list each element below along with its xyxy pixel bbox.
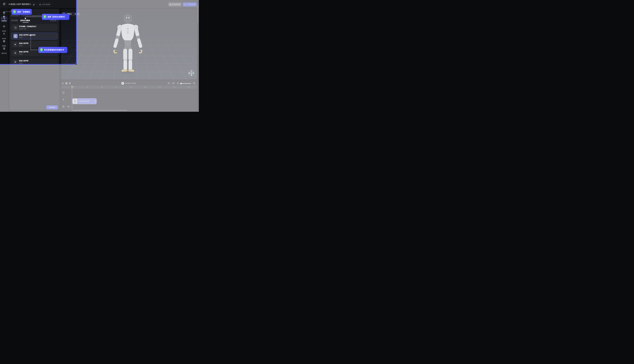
audio-item-title: 百年难得一见的练武奇才: [19, 26, 37, 28]
robot-face-icon: [3, 25, 5, 28]
sidebar-item-action-library[interactable]: 动作库: [0, 32, 8, 39]
audio-item-duration: 00:03: [19, 36, 23, 38]
file-save-status[interactable]: 文件未保存: [37, 2, 52, 6]
sidebar-item-my-tasks[interactable]: 我的任务: [0, 47, 8, 54]
sparkles-icon: [13, 26, 18, 30]
play-icon[interactable]: [13, 51, 18, 55]
badge-divider: │: [73, 13, 74, 15]
sidebar-item-label: 动作库: [0, 38, 8, 40]
sparkles-icon: [3, 17, 5, 20]
audio-item-title: 哈哈大笑声音: [19, 51, 29, 53]
step-number-badge: 3: [40, 48, 43, 52]
panel-subtitle: 通过音频处理，生成音频素材以及融合动作和表情: [11, 15, 43, 17]
tutorial-connector: [31, 36, 31, 50]
task-list-clock-icon: [3, 47, 5, 50]
tutorial-step-3: 3 单击想要编排的音频文件: [39, 47, 67, 53]
audio-item[interactable]: 哈哈大笑声音 00:03: [11, 59, 58, 65]
save-status-label: 文件未保存: [42, 3, 50, 6]
dim-overlay-right: [77, 0, 199, 112]
step-number-badge: 1: [13, 10, 16, 14]
sidebar-item-expression-library[interactable]: 表情库: [0, 25, 8, 32]
audio-item-generating[interactable]: 百年难得一见的练武奇才 生成中 30% ...: [11, 24, 58, 31]
audio-item-duration: 00:03: [19, 45, 23, 46]
sidebar-item-label: 音频编排: [0, 20, 8, 22]
tutorial-connector: [4, 12, 4, 16]
step-text: 单击想要编排的音频文件: [44, 49, 64, 51]
dim-overlay-bottom: [0, 64, 77, 112]
person-icon: [3, 32, 5, 35]
play-icon[interactable]: [13, 60, 18, 64]
sidebar-item-audio-library[interactable]: 音频库: [0, 40, 8, 46]
audio-item-duration: 00:03: [19, 53, 23, 55]
sidebar-item-label: 音频库: [0, 45, 8, 47]
audio-item-duration: 00:03: [19, 62, 23, 64]
audio-item-title: 哈哈大笑声音: [19, 60, 29, 62]
step-text: 选择【使用合成素材】: [48, 16, 66, 18]
tutorial-connector: [25, 16, 42, 17]
audio-item-selected[interactable]: 哈哈大笑声音-点击状态 00:03: [11, 33, 58, 40]
tutorial-step-2: 2 选择【使用合成素材】: [42, 14, 69, 20]
tab-add-audio[interactable]: 添加音频: [11, 20, 18, 22]
tutorial-connector: [31, 50, 39, 50]
tutorial-step-1: 1 选择「音频编排」: [12, 9, 32, 15]
vertical-scrollbar-thumb[interactable]: [197, 1, 198, 4]
app-logo-icon: [3, 2, 6, 6]
music-box-icon: [3, 40, 5, 42]
tutorial-connector-dot: [30, 34, 31, 36]
app-window: A1机器人动作-我的项目1 文件未保存: [0, 0, 199, 112]
tab-active-underline: [23, 22, 29, 23]
cloud-unsaved-icon: [39, 4, 41, 6]
audio-item-title: 哈哈大笑声音-点击状态: [19, 34, 36, 36]
audio-item-status: 生成中 30% ...: [19, 28, 28, 30]
tutorial-connector-dot: [25, 18, 26, 19]
pencil-icon: [33, 4, 35, 6]
rename-button[interactable]: [32, 2, 36, 6]
chevron-right-icon: [57, 20, 58, 21]
tab-use-synth-material[interactable]: 使用合成素材: [20, 20, 30, 22]
vertical-scrollbar-track[interactable]: [197, 5, 198, 23]
step-number-badge: 2: [44, 15, 46, 18]
tutorial-connector: [5, 12, 12, 12]
sidebar-item-label: 表情库: [0, 30, 8, 32]
play-icon[interactable]: [14, 34, 18, 38]
play-icon[interactable]: [13, 42, 18, 46]
step-text: 选择「音频编排」: [17, 11, 32, 13]
audio-item-title: 哈哈大笑声音: [19, 42, 29, 44]
project-title: A1机器人动作-我的项目1: [9, 3, 31, 6]
sidebar-item-label: 我的任务: [0, 52, 8, 54]
tutorial-connector-dot: [3, 16, 5, 17]
